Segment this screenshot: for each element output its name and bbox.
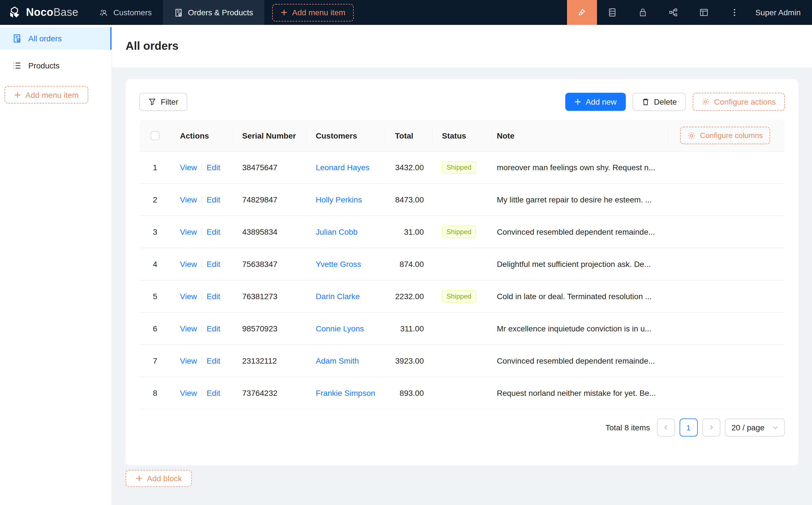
access-control-button[interactable]: [628, 0, 658, 25]
customer-link[interactable]: Yvette Gross: [316, 260, 361, 269]
orders-table: Actions Serial Number Customers Total St…: [139, 120, 785, 437]
total-cell: 31.00: [386, 216, 433, 248]
nav-tab-customers[interactable]: Customers: [89, 0, 163, 25]
gear-icon: [687, 132, 695, 139]
edit-link[interactable]: Edit: [207, 324, 220, 333]
action-divider: [201, 357, 202, 365]
customer-cell: Julian Cobb: [307, 216, 386, 248]
customer-link[interactable]: Leonard Hayes: [316, 163, 370, 172]
sidebar-item-all-orders[interactable]: All orders: [0, 27, 112, 50]
logo-text: NocoBase: [26, 6, 79, 19]
table-row: 6 View Edit 98570923 Connie Lyons 311.00: [139, 313, 785, 345]
nocobase-logo[interactable]: NocoBase: [0, 0, 89, 25]
row-index: 3: [139, 216, 171, 248]
total-cell: 3432.00: [386, 152, 433, 183]
layout-button[interactable]: [689, 0, 719, 25]
row-index: 2: [139, 184, 171, 215]
edit-link[interactable]: Edit: [207, 292, 220, 301]
view-link[interactable]: View: [180, 195, 197, 204]
action-divider: [201, 325, 202, 333]
view-link[interactable]: View: [180, 356, 197, 365]
previous-page-button[interactable]: [657, 418, 675, 437]
action-divider: [201, 196, 202, 204]
select-all-checkbox[interactable]: [150, 131, 160, 140]
view-link[interactable]: View: [180, 227, 197, 236]
note-cell: Mr excellence inquietude conviction is i…: [492, 313, 668, 344]
row-index: 5: [139, 281, 171, 312]
edit-link[interactable]: Edit: [207, 260, 220, 269]
actions-cell: View Edit: [171, 345, 233, 377]
row-spacer-cell: [668, 345, 785, 377]
customer-link[interactable]: Connie Lyons: [316, 324, 364, 333]
workflow-button[interactable]: [658, 0, 689, 25]
navbar-spacer: [354, 0, 567, 25]
note-cell: Delightful met sufficient projection ask…: [492, 248, 668, 280]
plus-icon: [281, 9, 288, 16]
action-divider: [201, 163, 202, 171]
orders-table-block: Filter Add new: [126, 79, 798, 465]
ui-editor-button[interactable]: [567, 0, 597, 25]
table-header-row: Actions Serial Number Customers Total St…: [139, 120, 785, 152]
configure-actions-button[interactable]: Configure actions: [693, 93, 785, 111]
view-link[interactable]: View: [180, 292, 197, 301]
kebab-menu-icon: [733, 8, 735, 17]
edit-link[interactable]: Edit: [207, 195, 220, 204]
page-size-select[interactable]: 20 / page: [724, 418, 785, 437]
column-header-total: Total: [386, 120, 433, 151]
total-cell: 311.00: [386, 313, 433, 344]
top-navbar: NocoBase Customers Orders: [0, 0, 812, 25]
actions-cell: View Edit: [171, 248, 233, 280]
configure-columns-button[interactable]: Configure columns: [680, 127, 770, 144]
serial-number-cell: 75638347: [233, 248, 307, 280]
more-menu-button[interactable]: [719, 0, 750, 25]
row-index: 8: [139, 377, 171, 409]
sidebar-item-products[interactable]: Products: [0, 54, 112, 77]
customer-link[interactable]: Adam Smith: [316, 356, 359, 365]
view-link[interactable]: View: [180, 260, 197, 269]
customer-link[interactable]: Holly Perkins: [316, 195, 362, 204]
add-new-button[interactable]: Add new: [565, 93, 626, 111]
action-divider: [201, 228, 202, 236]
edit-link[interactable]: Edit: [207, 163, 220, 172]
delete-button[interactable]: Delete: [632, 93, 686, 111]
serial-number-cell: 73764232: [233, 377, 307, 409]
nav-tab-label: Orders & Products: [188, 8, 253, 17]
select-all-cell: [139, 120, 171, 151]
navbar-add-menu-item-button[interactable]: Add menu item: [272, 4, 354, 21]
configure-columns-cell: Configure columns: [668, 120, 785, 151]
view-link[interactable]: View: [180, 324, 197, 333]
status-cell: Shipped: [433, 216, 492, 248]
customer-link[interactable]: Darin Clarke: [316, 292, 360, 301]
toolbar-actions: Add new Delete: [565, 93, 785, 111]
user-menu[interactable]: Super Admin: [750, 0, 812, 25]
customer-link[interactable]: Julian Cobb: [316, 227, 358, 236]
view-link[interactable]: View: [180, 388, 197, 397]
team-icon: [100, 8, 108, 17]
serial-number-cell: 38475647: [233, 152, 307, 183]
status-cell: [433, 377, 492, 409]
table-body: 1 View Edit 38475647 Leonard Hayes 3432.…: [139, 152, 785, 409]
total-cell: 893.00: [386, 377, 433, 409]
customer-cell: Holly Perkins: [307, 184, 386, 215]
table-row: 3 View Edit 43895834 Julian Cobb 31.00: [139, 216, 785, 248]
actions-cell: View Edit: [171, 313, 233, 344]
edit-link[interactable]: Edit: [207, 388, 220, 397]
total-cell: 8473.00: [386, 184, 433, 215]
filter-button[interactable]: Filter: [139, 93, 187, 111]
add-block-button[interactable]: Add block: [126, 470, 192, 487]
column-header-serial-number: Serial Number: [233, 120, 307, 151]
sidebar-add-menu-item-button[interactable]: Add menu item: [5, 86, 88, 104]
plus-icon: [136, 475, 143, 482]
nav-tab-orders-products[interactable]: Orders & Products: [163, 0, 264, 25]
view-link[interactable]: View: [180, 163, 197, 172]
customer-link[interactable]: Frankie Simpson: [316, 388, 375, 397]
edit-link[interactable]: Edit: [207, 227, 220, 236]
row-spacer-cell: [668, 184, 785, 215]
serial-number-cell: 74829847: [233, 184, 307, 215]
page-1-button[interactable]: 1: [679, 418, 697, 437]
edit-link[interactable]: Edit: [207, 356, 220, 365]
database-icon: [608, 8, 617, 17]
plugin-manager-button[interactable]: [597, 0, 628, 25]
page-header: All orders: [112, 25, 812, 67]
next-page-button[interactable]: [702, 418, 720, 437]
